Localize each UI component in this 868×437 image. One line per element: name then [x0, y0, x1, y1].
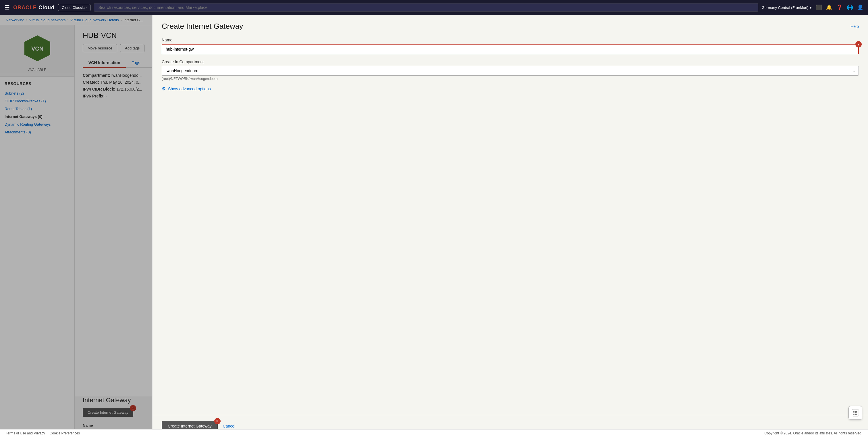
compartment-select-wrapper: IwanHoogendoorn ⌄: [162, 66, 859, 76]
compartment-hint: (root)/NETWORK/IwanHoogendoorn: [162, 77, 859, 81]
name-field-wrapper: 2: [162, 44, 859, 54]
name-form-group: Name 2: [162, 38, 859, 54]
region-selector[interactable]: Germany Central (Frankfurt) ▾: [762, 5, 812, 10]
help-widget[interactable]: [848, 406, 862, 420]
copyright-text: Copyright © 2024, Oracle and/or its affi…: [764, 431, 862, 435]
advanced-options-label: Show advanced options: [168, 87, 211, 91]
compartment-field-label: Create In Compartment: [162, 59, 859, 64]
show-advanced-options-link[interactable]: ⚙ Show advanced options: [162, 86, 859, 91]
sliders-icon: ⚙: [162, 86, 166, 91]
terms-link[interactable]: Terms of Use and Privacy: [6, 431, 45, 435]
region-label: Germany Central (Frankfurt): [762, 5, 809, 10]
compartment-select[interactable]: IwanHoogendoorn: [162, 66, 859, 76]
top-navigation: ☰ ORACLE Cloud Cloud Classic › Germany C…: [0, 0, 868, 15]
bell-icon[interactable]: 🔔: [826, 4, 832, 11]
help-circle-icon[interactable]: ❓: [836, 4, 843, 11]
modal-help-link[interactable]: Help: [850, 24, 859, 29]
step2-badge: 2: [855, 41, 862, 48]
svg-point-5: [854, 414, 855, 415]
cloud-text: Cloud: [38, 5, 55, 11]
svg-point-9: [856, 412, 857, 413]
modal-header: Create Internet Gateway Help: [153, 15, 868, 35]
region-dropdown-icon: ▾: [810, 5, 812, 10]
user-icon[interactable]: 👤: [857, 4, 863, 11]
globe-icon[interactable]: 🌐: [847, 4, 853, 11]
name-field-label: Name: [162, 38, 859, 42]
svg-point-4: [856, 411, 857, 412]
compartment-form-group: Create In Compartment IwanHoogendoorn ⌄ …: [162, 59, 859, 81]
cookie-link[interactable]: Cookie Preferences: [50, 431, 80, 435]
name-input[interactable]: [162, 44, 859, 54]
svg-point-11: [855, 414, 856, 415]
svg-point-10: [855, 411, 856, 412]
oracle-text: ORACLE: [13, 5, 37, 11]
modal-body: Name 2 Create In Compartment IwanHoogend…: [153, 35, 868, 415]
footer-links: Terms of Use and Privacy Cookie Preferen…: [6, 431, 80, 435]
step3-badge: 3: [214, 418, 221, 424]
cloud-classic-button[interactable]: Cloud Classic ›: [58, 4, 91, 11]
menu-icon[interactable]: ☰: [5, 4, 10, 11]
oracle-logo: ORACLE Cloud: [13, 5, 55, 11]
page-footer: Terms of Use and Privacy Cookie Preferen…: [0, 429, 868, 436]
svg-point-7: [855, 412, 856, 413]
create-internet-gateway-modal: Create Internet Gateway Help Name 2 Crea…: [152, 15, 868, 436]
svg-point-3: [854, 411, 855, 412]
modal-title: Create Internet Gateway: [162, 22, 243, 31]
svg-point-8: [854, 412, 855, 413]
code-icon[interactable]: ⬛: [816, 4, 822, 11]
help-widget-icon: [851, 409, 859, 417]
svg-point-6: [856, 414, 857, 415]
nav-right: Germany Central (Frankfurt) ▾ ⬛ 🔔 ❓ 🌐 👤: [762, 4, 863, 11]
search-input[interactable]: [94, 3, 758, 12]
